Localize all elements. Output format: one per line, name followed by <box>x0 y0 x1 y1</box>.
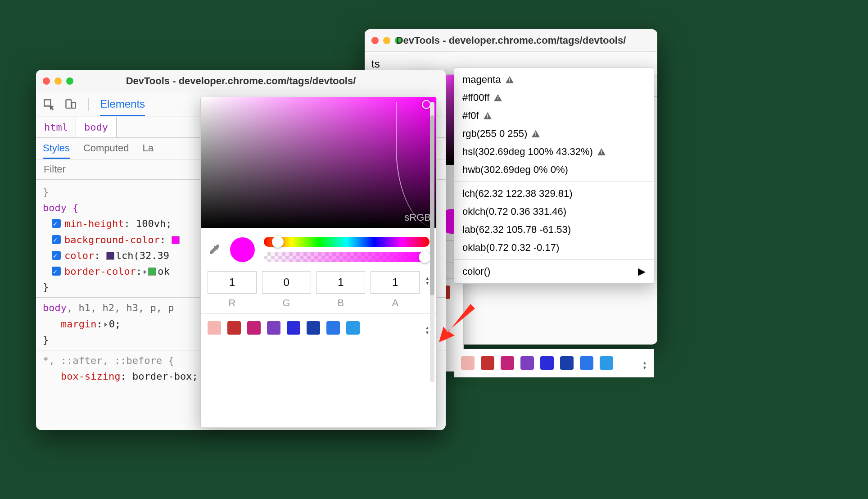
palette-swatch[interactable] <box>540 356 554 370</box>
menu-magenta[interactable]: magenta <box>454 71 654 89</box>
palette-swatch[interactable] <box>307 321 320 335</box>
tab-layout-cut[interactable]: La <box>142 142 153 159</box>
palette-swatch[interactable] <box>461 356 475 370</box>
g-input[interactable] <box>262 271 311 294</box>
menu-hwb[interactable]: hwb(302.69deg 0% 0%) <box>454 161 654 179</box>
color-space-label: sRGB <box>404 212 431 223</box>
palette-stepper[interactable]: ▲▼ <box>425 325 429 335</box>
picker-controls <box>201 228 436 271</box>
palette-swatch[interactable] <box>600 356 613 370</box>
prop-checkbox[interactable] <box>52 251 61 260</box>
palette-swatch[interactable] <box>520 356 534 370</box>
value-inputs: R G B A ▲▼ <box>201 271 436 313</box>
close-button[interactable] <box>371 37 379 44</box>
warning-icon <box>532 130 540 137</box>
a-label: A <box>371 297 420 309</box>
separator <box>88 98 89 111</box>
sv-handle[interactable] <box>422 100 431 109</box>
tab-computed[interactable]: Computed <box>83 142 129 159</box>
palette-swatch[interactable] <box>481 356 494 370</box>
minimize-button[interactable] <box>54 77 62 85</box>
menu-separator <box>454 259 654 260</box>
titlebar: DevTools - developer.chrome.com/tags/dev… <box>36 70 446 92</box>
expand-icon[interactable] <box>104 322 107 327</box>
menu-hex3[interactable]: #f0f <box>454 107 654 125</box>
scrollbar-thumb[interactable] <box>430 115 434 295</box>
titlebar: DevTools - developer.chrome.com/tags/dev… <box>365 29 657 52</box>
color-swatch[interactable] <box>172 236 180 244</box>
menu-separator <box>454 181 654 182</box>
tab-styles[interactable]: Styles <box>43 142 70 159</box>
alpha-handle[interactable] <box>419 251 430 263</box>
crumb-html[interactable]: html <box>36 117 76 137</box>
expand-icon[interactable] <box>144 270 146 274</box>
color-swatch[interactable] <box>106 252 114 260</box>
palette-swatch[interactable] <box>580 356 593 370</box>
traffic-lights <box>43 77 73 85</box>
menu-lab[interactable]: lab(62.32 105.78 -61.53) <box>454 221 654 239</box>
palette-swatch[interactable] <box>560 356 574 370</box>
palette-swatch[interactable] <box>267 321 280 335</box>
traffic-lights <box>371 37 402 44</box>
g-label: G <box>262 297 311 309</box>
current-color-swatch <box>230 237 255 262</box>
warning-icon <box>506 76 514 83</box>
device-toggle-icon[interactable] <box>64 98 77 111</box>
tab-elements[interactable]: Elements <box>100 98 145 116</box>
menu-oklab[interactable]: oklab(0.72 0.32 -0.17) <box>454 239 654 257</box>
warning-icon <box>597 148 606 155</box>
crumb-body[interactable]: body <box>76 117 117 137</box>
submenu-arrow-icon: ▶ <box>638 266 646 277</box>
saturation-value-area[interactable]: sRGB <box>201 97 436 228</box>
palette-swatch[interactable] <box>247 321 261 335</box>
b-label: B <box>316 297 366 309</box>
maximize-button[interactable] <box>66 77 73 85</box>
r-label: R <box>208 297 257 309</box>
warning-icon <box>484 112 492 119</box>
window-title: DevTools - developer.chrome.com/tags/dev… <box>365 35 657 46</box>
palette-swatch[interactable] <box>501 356 514 370</box>
palette-swatch[interactable] <box>227 321 241 335</box>
annotation-arrow-icon <box>432 302 477 356</box>
prop-checkbox[interactable] <box>52 267 61 276</box>
maximize-button[interactable] <box>395 37 402 44</box>
menu-lch[interactable]: lch(62.32 122.38 329.81) <box>454 185 654 203</box>
svg-rect-0 <box>66 100 72 109</box>
prop-checkbox[interactable] <box>52 219 61 228</box>
svg-rect-1 <box>72 102 75 108</box>
palette-row-back: ▲▼ <box>454 349 654 377</box>
r-input[interactable] <box>208 271 257 294</box>
color-format-menu: magenta #ff00ff #f0f rgb(255 0 255) hsl(… <box>454 68 654 284</box>
format-stepper[interactable]: ▲▼ <box>425 276 429 286</box>
prop-checkbox[interactable] <box>52 235 61 244</box>
b-input[interactable] <box>316 271 366 294</box>
eyedropper-icon[interactable] <box>208 243 221 256</box>
hue-handle[interactable] <box>272 236 284 248</box>
hue-slider[interactable] <box>264 237 429 247</box>
color-picker: sRGB R G B A ▲▼ ▲▼ <box>200 97 437 428</box>
palette-swatch[interactable] <box>208 321 221 335</box>
menu-hsl[interactable]: hsl(302.69deg 100% 43.32%) <box>454 143 654 161</box>
a-input[interactable] <box>371 271 420 294</box>
warning-icon <box>494 94 502 101</box>
alpha-slider[interactable] <box>264 252 429 262</box>
palette-stepper[interactable]: ▲▼ <box>642 360 647 370</box>
menu-rgb[interactable]: rgb(255 0 255) <box>454 125 654 143</box>
menu-color-fn[interactable]: color()▶ <box>454 263 654 281</box>
palette-swatch[interactable] <box>346 321 360 335</box>
window-title: DevTools - developer.chrome.com/tags/dev… <box>36 75 446 87</box>
palette-swatch[interactable] <box>287 321 300 335</box>
color-swatch[interactable] <box>148 268 156 276</box>
inspect-icon[interactable] <box>43 98 55 111</box>
menu-hex6[interactable]: #ff00ff <box>454 89 654 107</box>
palette-row: ▲▼ <box>201 313 436 342</box>
menu-oklch[interactable]: oklch(0.72 0.36 331.46) <box>454 203 654 221</box>
minimize-button[interactable] <box>383 37 390 44</box>
tab-elements-cut[interactable]: ts <box>371 58 380 70</box>
close-button[interactable] <box>43 77 50 85</box>
palette-swatch[interactable] <box>326 321 340 335</box>
